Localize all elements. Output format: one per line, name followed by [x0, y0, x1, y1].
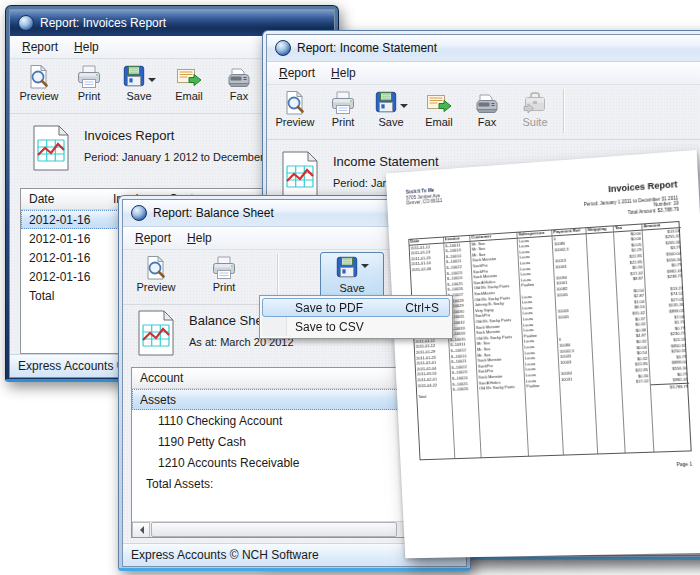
column-date[interactable]: Date — [21, 192, 113, 206]
scroll-left-button[interactable] — [132, 522, 150, 538]
preview-button[interactable]: Preview — [14, 61, 64, 102]
save-button[interactable]: Save — [114, 61, 164, 102]
window-title: Report: Income Statement — [297, 41, 437, 55]
scroll-left-arrow-icon — [136, 526, 144, 534]
save-icon — [122, 64, 146, 90]
suite-icon — [522, 89, 548, 116]
save-icon — [374, 90, 398, 116]
print-button[interactable]: Print — [64, 61, 114, 102]
save-dropdown-arrow-icon[interactable] — [148, 78, 156, 86]
app-icon — [131, 205, 147, 221]
email-icon — [176, 63, 202, 90]
email-button[interactable]: Email — [164, 61, 214, 102]
suite-button[interactable]: Suite — [511, 87, 559, 128]
report-title: Invoices Report — [84, 128, 264, 143]
preview-button[interactable]: Preview — [271, 87, 319, 128]
app-icon — [275, 40, 291, 56]
print-button[interactable]: Print — [319, 87, 367, 128]
printed-report-preview: Sock It To Me5705 Juniper AveDenver, CO … — [386, 150, 700, 558]
preview-icon — [143, 254, 169, 281]
window-title: Report: Invoices Report — [40, 16, 166, 30]
menu-item[interactable]: Save to PDF Ctrl+S — [262, 298, 450, 317]
app-icon — [18, 15, 34, 31]
save-dropdown-arrow-icon[interactable] — [400, 104, 408, 112]
save-button-pressed[interactable]: Save — [320, 252, 384, 301]
report-chart-icon — [32, 124, 70, 176]
toolbar: Preview Print Save Email Fax — [267, 85, 700, 140]
menu-item[interactable]: Save to CSV — [262, 317, 450, 336]
desktop: Report: Invoices Report Report Help Prev… — [0, 0, 700, 575]
fax-icon — [226, 63, 252, 90]
save-icon — [335, 255, 359, 281]
menu-report[interactable]: Report — [271, 64, 323, 82]
menubar: Report Help — [267, 62, 700, 85]
print-icon — [211, 254, 237, 281]
scrollbar-thumb[interactable] — [151, 522, 397, 537]
fax-button[interactable]: Fax — [463, 87, 511, 128]
save-button[interactable]: Save — [367, 87, 415, 128]
report-chart-icon — [137, 309, 175, 361]
fax-icon — [474, 89, 500, 116]
paper-invoices-table: DateInvoiceCustomerSalespersonPayment Re… — [408, 221, 691, 461]
column-account[interactable]: Account — [132, 371, 183, 385]
print-icon — [76, 63, 102, 90]
preview-button[interactable]: Preview — [131, 252, 181, 293]
menu-report[interactable]: Report — [127, 229, 179, 247]
email-icon — [426, 89, 452, 116]
titlebar-income[interactable]: Report: Income Statement — [267, 35, 700, 62]
report-title: Income Statement — [333, 154, 439, 169]
menu-report[interactable]: Report — [14, 38, 66, 56]
preview-icon — [282, 89, 308, 116]
toolbar-separator — [563, 89, 564, 133]
page-number: Page 1 — [420, 461, 692, 474]
print-button[interactable]: Print — [199, 252, 249, 293]
paper-empty-columns — [418, 390, 691, 459]
print-icon — [330, 89, 356, 116]
save-dropdown-arrow-icon[interactable] — [361, 264, 369, 272]
save-dropdown-menu: Save to PDF Ctrl+S Save to CSV — [259, 295, 453, 339]
fax-button[interactable]: Fax — [214, 61, 264, 102]
menu-help[interactable]: Help — [66, 38, 107, 56]
email-button[interactable]: Email — [415, 87, 463, 128]
toolbar-separator — [277, 254, 278, 298]
menu-help[interactable]: Help — [323, 64, 364, 82]
preview-icon — [26, 63, 52, 90]
report-period: Period: January 1 2012 to December — [84, 151, 264, 163]
window-title: Report: Balance Sheet — [153, 206, 274, 220]
menu-help[interactable]: Help — [179, 229, 220, 247]
